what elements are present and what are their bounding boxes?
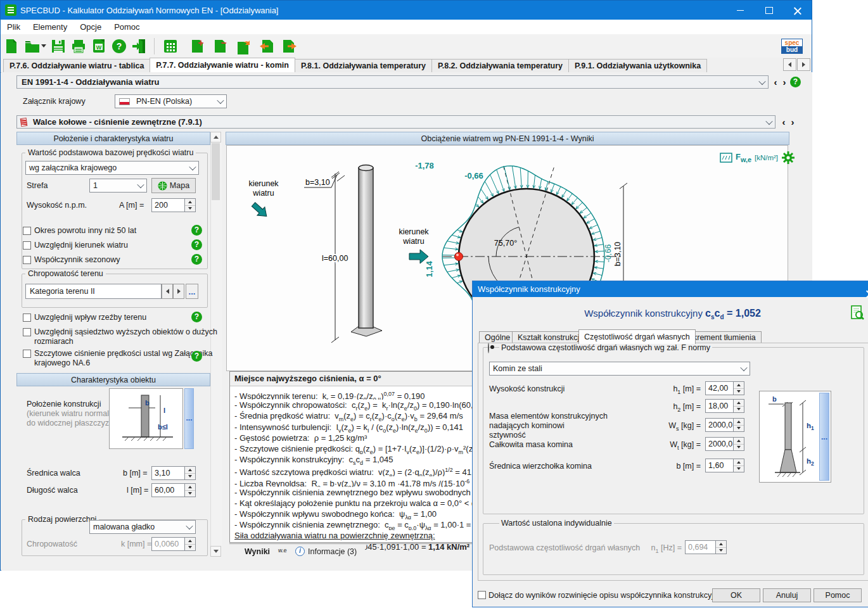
export-word-button[interactable]: W: [89, 37, 108, 56]
help-button-dialog[interactable]: Pomoc: [814, 588, 862, 602]
close-button[interactable]: [783, 1, 812, 20]
maximize-button[interactable]: [755, 1, 783, 20]
diameter-label: Średnica walca: [27, 469, 80, 478]
report-preview-icon[interactable]: [850, 305, 864, 320]
position-more-button[interactable]: ...: [184, 388, 194, 449]
tab-scroll-right-button[interactable]: [797, 58, 810, 71]
menu-elementy[interactable]: Elementy: [27, 21, 73, 33]
chimney-thumbnail[interactable]: b h1 h2 ...: [759, 391, 831, 483]
wt-spinner[interactable]: 2000,0: [705, 437, 744, 451]
tab-p81[interactable]: P.8.1. Oddziaływania temperatury: [295, 59, 432, 72]
ok-button[interactable]: OK: [712, 588, 760, 602]
insert-table-button[interactable]: [161, 37, 180, 56]
cancel-button[interactable]: Anuluj: [763, 588, 811, 602]
help-button[interactable]: ?: [110, 37, 129, 56]
radio-code-frequency[interactable]: [488, 343, 489, 353]
strefa-combobox[interactable]: 1: [89, 179, 147, 193]
velocity-source-combobox[interactable]: wg załącznika krajowego: [25, 161, 199, 175]
scrollbar-thumb[interactable]: [212, 143, 220, 200]
replace-element-button[interactable]: [234, 37, 253, 56]
open-file-button[interactable]: [22, 37, 48, 56]
tab-p82[interactable]: P.8.2. Oddziaływania temperatury: [431, 59, 569, 72]
remove-element-button[interactable]: −: [212, 37, 231, 56]
wind-direction-help-icon[interactable]: ?: [191, 239, 202, 250]
print-button[interactable]: [69, 37, 88, 56]
page-plus-icon: +: [190, 38, 207, 54]
h1-spinner[interactable]: 42,00: [705, 381, 744, 395]
method-next-button[interactable]: ›: [788, 117, 797, 127]
page-refresh-icon: [236, 38, 252, 54]
diameter-spinner[interactable]: 3,10: [151, 466, 196, 480]
save-button[interactable]: [49, 37, 68, 56]
altitude-spinner[interactable]: 200: [151, 198, 196, 212]
terrain-prev-button[interactable]: [162, 284, 173, 299]
tab-p76[interactable]: P.7.6. Oddziaływanie wiatru - tablica: [3, 59, 150, 72]
exit-button[interactable]: [130, 37, 149, 56]
open-dropdown-icon[interactable]: [41, 44, 46, 48]
h2-spinner[interactable]: 18,00: [705, 399, 744, 413]
length-down-icon[interactable]: [185, 491, 195, 497]
length-spinner[interactable]: 60,00: [151, 483, 196, 497]
surface-dropdown-icon[interactable]: [184, 521, 195, 533]
return-period-help-icon[interactable]: ?: [191, 225, 202, 236]
strefa-dropdown-icon[interactable]: [135, 179, 146, 192]
seasonal-help-icon[interactable]: ?: [191, 254, 202, 265]
length-up-icon[interactable]: [185, 484, 195, 491]
tab-scroll-left-button[interactable]: [783, 58, 796, 71]
chimney-more-button[interactable]: ...: [819, 393, 829, 481]
scroll-down-button[interactable]: [210, 546, 221, 557]
norm-prev-button[interactable]: ‹: [771, 77, 780, 87]
next-element-button[interactable]: [280, 37, 299, 56]
norm-dropdown-icon[interactable]: [756, 76, 768, 88]
terrain-more-button[interactable]: ...: [186, 284, 198, 299]
orography-help-icon[interactable]: ?: [191, 312, 202, 322]
checkbox-return-period[interactable]: [23, 227, 31, 235]
ws-spinner[interactable]: 2000,0: [705, 418, 744, 432]
b-spinner[interactable]: 1,60: [705, 459, 744, 472]
dtab-czestotliwosc[interactable]: Częstotliwość drgań własnych: [578, 329, 696, 344]
norm-combobox[interactable]: EN 1991-1-4 - Oddziaływania wiatru: [16, 75, 769, 89]
terrain-category-field[interactable]: Kategoria terenu II: [25, 284, 162, 299]
tab-wyniki[interactable]: Wyniki: [234, 544, 280, 559]
method-dropdown-icon[interactable]: [763, 116, 775, 128]
diameter-up-icon[interactable]: [185, 467, 195, 474]
norm-next-button[interactable]: ›: [780, 77, 789, 87]
new-file-button[interactable]: [2, 37, 21, 56]
menu-plik[interactable]: Plik: [1, 21, 27, 33]
altitude-down-icon[interactable]: [185, 206, 195, 212]
dtab-ogolne[interactable]: Ogólne: [479, 331, 516, 344]
mapa-button[interactable]: Mapa: [151, 178, 196, 193]
checkbox-peak-pressure-label2: krajowego NA.6: [34, 358, 90, 368]
scroll-up-button[interactable]: [210, 132, 221, 142]
dtab-ksztalt[interactable]: Kształt konstrukcji: [512, 331, 587, 344]
annex-dropdown-icon[interactable]: [215, 95, 226, 108]
tab-p91[interactable]: P.9.1. Oddziaływania użytkownika: [568, 59, 707, 72]
checkbox-include-description[interactable]: [478, 591, 486, 599]
checkbox-orography[interactable]: [23, 314, 31, 322]
menu-opcje[interactable]: Opcje: [73, 21, 108, 33]
tab-p77[interactable]: P.7.7. Oddziaływanie wiatru - komin: [150, 58, 295, 72]
surface-combobox[interactable]: malowana gładko: [89, 520, 196, 534]
previous-element-button[interactable]: [257, 37, 276, 56]
diameter-down-icon[interactable]: [185, 474, 195, 480]
velocity-source-dropdown-icon[interactable]: [187, 162, 198, 174]
help-icon: ?: [111, 38, 127, 54]
checkbox-peak-pressure[interactable]: [23, 350, 31, 358]
checkbox-wind-direction[interactable]: [23, 241, 31, 250]
tab-informacje[interactable]: i Informacje (3): [285, 544, 367, 559]
method-combobox[interactable]: Walce kołowe - ciśnienie zewnętrzne (7.9…: [16, 115, 775, 129]
chimney-type-dropdown-icon[interactable]: [738, 362, 750, 375]
peak-pressure-help-icon[interactable]: ?: [191, 351, 202, 362]
annex-combobox[interactable]: PN-EN (Polska): [115, 94, 227, 108]
terrain-next-button[interactable]: [173, 284, 184, 299]
add-element-button[interactable]: +: [189, 37, 208, 56]
checkbox-neighbour[interactable]: [23, 328, 31, 336]
chimney-type-combobox[interactable]: Komin ze stali: [489, 362, 750, 376]
altitude-up-icon[interactable]: [185, 199, 195, 206]
position-thumbnail[interactable]: b l b≤l: [109, 388, 183, 449]
minimize-button[interactable]: [726, 1, 755, 20]
menu-pomoc[interactable]: Pomoc: [108, 21, 146, 33]
method-prev-button[interactable]: ‹: [779, 117, 788, 127]
norm-help-icon[interactable]: ?: [790, 77, 801, 87]
checkbox-seasonal[interactable]: [23, 256, 31, 264]
